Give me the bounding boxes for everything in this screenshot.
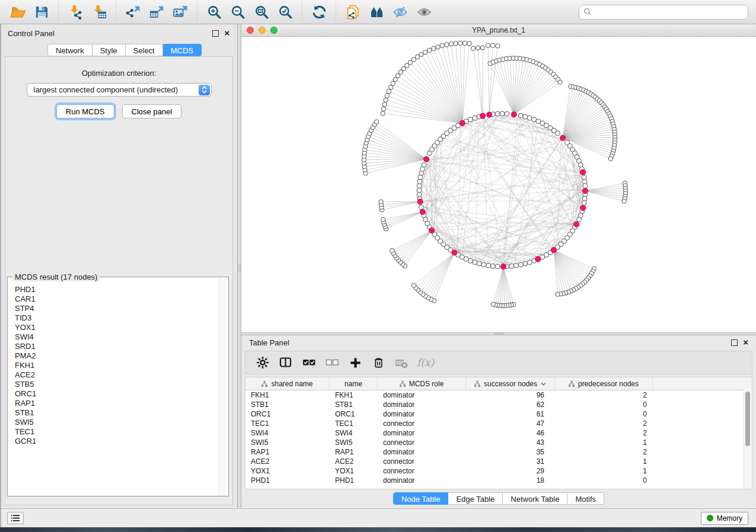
- leaf-node[interactable]: [382, 102, 387, 107]
- leaf-node[interactable]: [374, 120, 378, 124]
- leaf-node[interactable]: [432, 46, 436, 50]
- table-row[interactable]: SWI5SWI5connector431: [245, 438, 752, 447]
- header-cell-name[interactable]: name: [330, 377, 378, 390]
- leaf-node[interactable]: [384, 98, 388, 102]
- leaf-node[interactable]: [491, 302, 495, 306]
- function-builder-button[interactable]: f(x): [417, 355, 434, 370]
- leaf-node[interactable]: [491, 43, 495, 47]
- select-all-rows-button[interactable]: [301, 355, 317, 370]
- network-node[interactable]: [576, 217, 581, 222]
- result-scrollbar[interactable]: [219, 278, 228, 495]
- search-input[interactable]: [595, 7, 748, 17]
- tab-mcds[interactable]: MCDS: [163, 44, 202, 56]
- network-node[interactable]: [477, 261, 481, 266]
- split-panel-button[interactable]: [278, 355, 294, 370]
- network-node[interactable]: [523, 114, 528, 119]
- leaf-node[interactable]: [471, 46, 475, 50]
- leaf-node[interactable]: [462, 41, 467, 45]
- leaf-node[interactable]: [385, 94, 389, 98]
- minimize-window-icon[interactable]: [259, 27, 266, 34]
- mcds-hub-node[interactable]: [560, 135, 566, 140]
- mcds-result-item[interactable]: FKH1: [15, 361, 219, 370]
- close-window-icon[interactable]: [247, 27, 254, 34]
- export-table-button[interactable]: [146, 2, 167, 21]
- hide-selected-button[interactable]: [390, 2, 410, 21]
- mcds-result-item[interactable]: CAR1: [15, 294, 219, 304]
- float-panel-icon[interactable]: [731, 339, 738, 346]
- network-node[interactable]: [582, 196, 587, 201]
- mcds-result-item[interactable]: STB1: [15, 408, 219, 418]
- maximize-window-icon[interactable]: [270, 27, 277, 34]
- float-panel-icon[interactable]: [212, 30, 219, 37]
- leaf-node[interactable]: [558, 80, 562, 84]
- table-row[interactable]: PHD1PHD1dominator180: [245, 476, 752, 485]
- table-row[interactable]: ACE2ACE2connector311: [245, 457, 752, 466]
- mcds-hub-node[interactable]: [423, 156, 429, 162]
- network-node[interactable]: [523, 261, 528, 266]
- network-node[interactable]: [486, 263, 491, 268]
- mcds-result-item[interactable]: ACE2: [15, 370, 219, 380]
- leaf-node[interactable]: [390, 248, 394, 252]
- close-panel-icon[interactable]: ×: [224, 30, 229, 36]
- mcds-hub-node[interactable]: [580, 169, 585, 175]
- mcds-hub-node[interactable]: [452, 250, 457, 255]
- splitter-grip[interactable]: [495, 333, 504, 335]
- mcds-hub-node[interactable]: [511, 112, 516, 117]
- mcds-hub-node[interactable]: [551, 247, 556, 252]
- mcds-hub-node[interactable]: [582, 188, 588, 194]
- tab-style[interactable]: Style: [92, 44, 126, 56]
- network-node[interactable]: [555, 131, 560, 136]
- tab-motifs[interactable]: Motifs: [567, 492, 604, 505]
- memory-button[interactable]: Memory: [701, 512, 748, 525]
- mcds-result-item[interactable]: GCR1: [15, 437, 219, 446]
- tab-network[interactable]: Network: [47, 44, 92, 56]
- mcds-result-item[interactable]: YOX1: [15, 323, 219, 332]
- leaf-node[interactable]: [391, 81, 395, 85]
- delete-table-button[interactable]: [394, 355, 409, 370]
- scrollbar-thumb[interactable]: [745, 392, 750, 446]
- leaf-node[interactable]: [419, 52, 423, 56]
- network-node[interactable]: [505, 111, 509, 116]
- panel-menu-button[interactable]: [7, 512, 24, 524]
- mcds-hub-node[interactable]: [480, 113, 485, 118]
- network-node[interactable]: [473, 116, 477, 120]
- table-row[interactable]: TEC1TEC1connector472: [245, 419, 752, 428]
- mcds-hub-node[interactable]: [420, 209, 425, 214]
- header-cell-successor-nodes[interactable]: successor nodes: [466, 377, 555, 390]
- leaf-node[interactable]: [486, 43, 490, 47]
- clone-network-button[interactable]: [343, 2, 363, 21]
- leaf-node[interactable]: [458, 41, 462, 45]
- close-panel-button[interactable]: Close panel: [122, 104, 182, 118]
- leaf-node[interactable]: [454, 41, 458, 46]
- mcds-result-item[interactable]: SWI5: [15, 418, 219, 427]
- leaf-node[interactable]: [381, 217, 385, 222]
- header-cell-MCDS-role[interactable]: MCDS role: [378, 377, 466, 390]
- mcds-hub-node[interactable]: [429, 227, 434, 233]
- leaf-node[interactable]: [388, 85, 393, 89]
- splitter-grip[interactable]: [238, 263, 241, 274]
- import-table-button[interactable]: [89, 2, 109, 21]
- table-row[interactable]: SWI4SWI4dominator462: [245, 428, 752, 438]
- leaf-node[interactable]: [379, 200, 383, 204]
- leaf-node[interactable]: [440, 43, 444, 47]
- mcds-result-item[interactable]: STP4: [15, 304, 219, 313]
- leaf-node[interactable]: [427, 48, 431, 52]
- mcds-hub-node[interactable]: [417, 199, 423, 204]
- zoom-selected-button[interactable]: [275, 2, 295, 21]
- leaf-node[interactable]: [480, 46, 484, 50]
- import-network-button[interactable]: [65, 2, 85, 21]
- network-node[interactable]: [513, 263, 518, 268]
- mcds-result-item[interactable]: PMA2: [15, 351, 219, 361]
- network-titlebar[interactable]: YPA_prune.txt_1: [241, 24, 756, 37]
- export-network-button[interactable]: [123, 2, 143, 21]
- network-node[interactable]: [468, 117, 473, 122]
- zoom-fit-button[interactable]: [251, 2, 272, 21]
- leaf-node[interactable]: [381, 111, 385, 116]
- leaf-node[interactable]: [608, 156, 613, 161]
- tab-select[interactable]: Select: [126, 44, 163, 56]
- mcds-result-item[interactable]: ORC1: [15, 389, 219, 399]
- network-node[interactable]: [582, 201, 586, 206]
- mcds-result-item[interactable]: TEC1: [15, 427, 219, 437]
- table-row[interactable]: STB1STB1dominator620: [245, 400, 752, 409]
- mcds-result-item[interactable]: SRD1: [15, 342, 219, 351]
